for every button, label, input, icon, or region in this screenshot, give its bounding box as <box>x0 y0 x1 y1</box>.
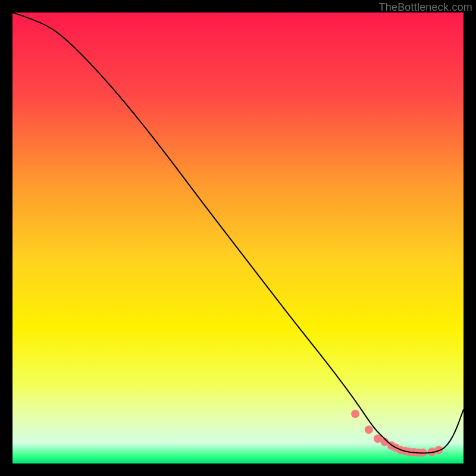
chart-stage: TheBottleneck.com <box>0 0 476 476</box>
gradient-background <box>12 12 464 464</box>
plot-area <box>12 12 464 464</box>
plot-svg <box>12 12 464 464</box>
marker-dot <box>351 410 359 418</box>
watermark-text: TheBottleneck.com <box>379 1 472 14</box>
marker-dot <box>365 425 373 434</box>
